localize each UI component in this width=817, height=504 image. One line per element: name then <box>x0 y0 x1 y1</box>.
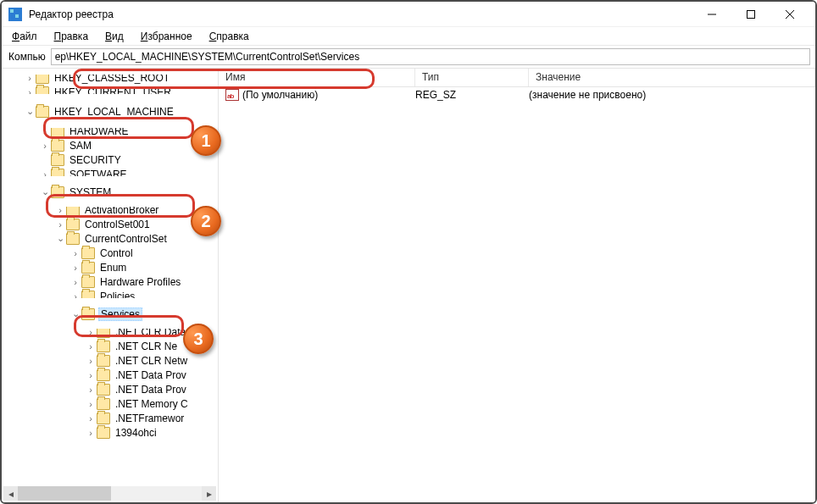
tree-node-netdataprov1[interactable]: ›.NET Data Prov <box>5 368 218 382</box>
tree-node-1394ohci[interactable]: ›1394ohci <box>5 425 218 440</box>
registry-editor-window: Редактор реестра Файл Правка Вид Избранн… <box>2 2 815 502</box>
folder-icon <box>51 169 64 180</box>
column-value[interactable]: Значение <box>529 69 815 86</box>
folder-icon <box>97 413 110 424</box>
svg-rect-1 <box>748 10 755 18</box>
tree-node-activationbroker[interactable]: ›ActivationBroker <box>5 202 218 217</box>
tree-node-controlset001[interactable]: ›ControlSet001 <box>5 217 218 231</box>
badge-2: 2 <box>191 206 221 236</box>
values-pane: Имя Тип Значение ab (По умолчанию) REG_S… <box>219 69 815 502</box>
folder-icon <box>97 326 110 338</box>
address-label: Компью <box>8 51 46 63</box>
tree-node-services[interactable]: ⌄Services <box>5 307 218 321</box>
folder-icon <box>81 247 95 259</box>
tree-node-netdataprov2[interactable]: ›.NET Data Prov <box>5 382 218 396</box>
badge-3: 3 <box>183 324 214 354</box>
folder-icon <box>66 233 80 245</box>
tree-node-hkcr[interactable]: ›HKEY_CLASSES_ROOT <box>5 70 218 85</box>
string-value-icon: ab <box>225 89 239 101</box>
tree-node-hklm[interactable]: ⌄HKEY_LOCAL_MACHINE <box>5 104 218 119</box>
minimize-button[interactable] <box>702 4 722 25</box>
menu-favorites[interactable]: Избранное <box>134 29 199 44</box>
tree-node-system[interactable]: ⌄SYSTEM <box>5 185 218 199</box>
tree-node-currentcontrolset[interactable]: ⌄CurrentControlSet <box>5 231 218 246</box>
folder-icon <box>66 219 80 230</box>
tree-node-enum[interactable]: ›Enum <box>5 260 218 274</box>
menu-edit[interactable]: Правка <box>47 29 96 44</box>
tree-node-netclrnetw[interactable]: ›.NET CLR Netw <box>5 353 218 368</box>
tree-node-control[interactable]: ›Control <box>5 246 218 260</box>
folder-icon <box>36 86 49 98</box>
value-type: REG_SZ <box>408 89 522 101</box>
maximize-button[interactable] <box>741 4 761 25</box>
column-name[interactable]: Имя <box>219 69 415 86</box>
value-name: (По умолчанию) <box>242 89 318 101</box>
folder-icon <box>81 276 95 288</box>
values-header: Имя Тип Значение <box>219 69 815 87</box>
tree-node-security[interactable]: ›SECURITY <box>5 152 218 167</box>
folder-icon <box>97 355 110 367</box>
tree-node-policies[interactable]: ›Policies <box>5 289 218 303</box>
folder-icon <box>97 341 110 352</box>
window-title: Редактор реестра <box>29 8 702 20</box>
address-bar: Компью <box>2 46 815 68</box>
menubar: Файл Правка Вид Избранное Справка <box>2 27 815 46</box>
scroll-left-icon[interactable]: ◂ <box>3 486 18 501</box>
badge-1: 1 <box>191 125 221 156</box>
folder-icon <box>51 186 64 198</box>
folder-icon <box>36 106 49 118</box>
tree-pane[interactable]: ›HKEY_CLASSES_ROOT ›HKEY_CURRENT_USER ⌄H… <box>2 69 219 502</box>
tree-node-sam[interactable]: ›SAM <box>5 138 218 152</box>
tree-node-netframework[interactable]: ›.NETFramewor <box>5 411 218 425</box>
tree-node-hardware[interactable]: ›HARDWARE <box>5 124 218 138</box>
menu-help[interactable]: Справка <box>203 29 256 44</box>
folder-icon <box>51 140 64 152</box>
folder-icon <box>97 384 110 396</box>
client-area: ›HKEY_CLASSES_ROOT ›HKEY_CURRENT_USER ⌄H… <box>2 68 815 502</box>
scroll-right-icon[interactable]: ▸ <box>202 486 216 501</box>
folder-icon <box>51 154 64 166</box>
tree-node-hardwareprofiles[interactable]: ›Hardware Profiles <box>5 274 218 289</box>
tree-node-software[interactable]: ›SOFTWARE <box>5 167 218 181</box>
tree-node-netmemoryc[interactable]: ›.NET Memory C <box>5 396 218 411</box>
column-type[interactable]: Тип <box>415 69 529 86</box>
address-input[interactable] <box>51 48 810 65</box>
folder-icon <box>81 308 95 320</box>
folder-icon <box>97 427 110 439</box>
window-buttons <box>702 4 809 25</box>
folder-icon <box>51 125 64 137</box>
tree-h-scrollbar[interactable]: ◂ ▸ <box>3 486 216 501</box>
folder-icon <box>97 369 110 381</box>
menu-file[interactable]: Файл <box>5 29 44 44</box>
menu-view[interactable]: Вид <box>98 29 131 44</box>
folder-icon <box>36 72 49 84</box>
scroll-track[interactable] <box>18 486 202 501</box>
regedit-icon <box>8 8 22 21</box>
tree-node-hkcu[interactable]: ›HKEY_CURRENT_USER <box>5 85 218 99</box>
folder-icon <box>81 291 95 302</box>
folder-icon <box>81 262 95 274</box>
scroll-thumb[interactable] <box>18 486 111 501</box>
titlebar[interactable]: Редактор реестра <box>2 2 815 27</box>
folder-icon <box>66 204 80 216</box>
value-data: (значение не присвоено) <box>522 89 815 101</box>
close-button[interactable] <box>780 4 800 25</box>
value-row-default[interactable]: ab (По умолчанию) REG_SZ (значение не пр… <box>219 87 815 102</box>
folder-icon <box>97 398 110 410</box>
